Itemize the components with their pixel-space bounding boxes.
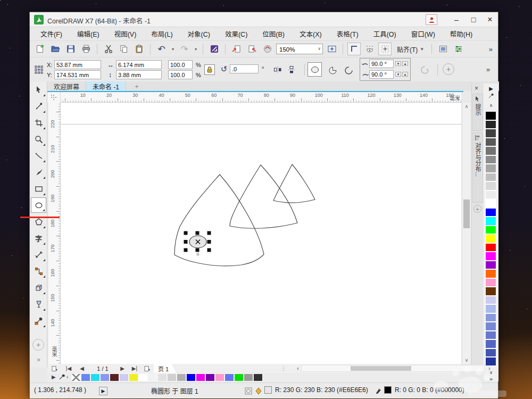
play-record-icon[interactable]: ▶ bbox=[99, 387, 107, 395]
new-document-tab-button[interactable]: + bbox=[131, 81, 143, 91]
end-angle-up[interactable]: ▲ bbox=[402, 72, 408, 77]
cut-button[interactable] bbox=[102, 43, 115, 55]
scroll-right-arrow[interactable]: › bbox=[486, 364, 493, 373]
parallel-dimension-tool[interactable] bbox=[31, 247, 46, 262]
palette-swatch[interactable] bbox=[485, 146, 496, 155]
artistic-media-tool[interactable] bbox=[31, 164, 46, 180]
scale-horizontal-field[interactable] bbox=[168, 60, 193, 69]
ellipse-tool[interactable] bbox=[31, 197, 46, 213]
vertical-ruler[interactable]: 220210200190180170160150140 毫米 bbox=[48, 103, 61, 364]
palette-swatch[interactable] bbox=[485, 348, 496, 358]
publish-pdf-button[interactable] bbox=[261, 43, 274, 55]
document-palette-swatch[interactable] bbox=[186, 373, 196, 381]
x-position-field[interactable] bbox=[54, 60, 101, 69]
document-palette-swatch[interactable] bbox=[110, 373, 119, 381]
close-button[interactable]: × bbox=[483, 13, 497, 26]
palette-swatch[interactable] bbox=[485, 181, 496, 190]
palette-swatch[interactable] bbox=[485, 208, 496, 217]
combo-arrow-icon[interactable]: ∨ bbox=[318, 46, 321, 51]
palette-swatch[interactable] bbox=[485, 164, 496, 173]
pie-mode-button[interactable] bbox=[327, 64, 338, 76]
document-palette-swatch[interactable] bbox=[167, 373, 177, 381]
pick-tool[interactable] bbox=[31, 82, 46, 97]
zoom-level-combo[interactable]: ∨ bbox=[276, 44, 323, 54]
options-button[interactable] bbox=[436, 43, 450, 55]
show-page-border-button[interactable] bbox=[347, 43, 361, 55]
document-palette-swatch[interactable] bbox=[90, 373, 100, 381]
document-tab[interactable]: 未命名 -1 bbox=[86, 81, 126, 91]
change-direction-button[interactable] bbox=[419, 64, 430, 75]
palette-expand-icon[interactable]: » bbox=[484, 375, 498, 383]
title-bar[interactable]: CorelDRAW X7 (64-Bit) - 未命名 -1 – □ × bbox=[30, 12, 498, 27]
document-palette-swatch[interactable] bbox=[225, 373, 234, 381]
vertical-scrollbar[interactable]: ∧ ∨ bbox=[462, 103, 470, 364]
scroll-left-arrow[interactable]: ‹ bbox=[294, 364, 302, 373]
next-page-button[interactable]: ▶ bbox=[119, 364, 126, 373]
palette-swatch[interactable] bbox=[485, 269, 496, 278]
document-palette-swatch[interactable] bbox=[157, 373, 167, 381]
lock-ratio-button[interactable] bbox=[204, 64, 215, 75]
menu-item[interactable]: 编辑(E) bbox=[70, 27, 107, 41]
document-palette-swatch[interactable] bbox=[119, 373, 129, 381]
document-palette-swatch[interactable] bbox=[148, 373, 157, 381]
document-palette-flyout-icon[interactable]: ▶ bbox=[52, 374, 56, 380]
print-button[interactable] bbox=[79, 43, 93, 55]
user-account-button[interactable] bbox=[426, 14, 437, 25]
palette-swatch[interactable] bbox=[485, 111, 496, 120]
scrollbar-grip[interactable]: ⋮ bbox=[281, 364, 286, 373]
palette-swatch[interactable] bbox=[485, 217, 496, 226]
propbar-overflow-button[interactable]: » bbox=[486, 65, 490, 73]
document-palette-swatch[interactable] bbox=[196, 373, 205, 381]
connector-tool[interactable] bbox=[31, 263, 46, 279]
palette-swatch[interactable] bbox=[485, 138, 496, 147]
toolbar-overflow-button[interactable]: » bbox=[489, 45, 493, 53]
ruler-origin-button[interactable] bbox=[47, 92, 61, 103]
maximize-button[interactable]: □ bbox=[466, 13, 481, 26]
alignment-guides-button[interactable] bbox=[378, 43, 392, 55]
mirror-vertical-button[interactable] bbox=[286, 64, 297, 75]
copy-button[interactable] bbox=[117, 43, 130, 55]
zoom-level-input[interactable] bbox=[277, 45, 312, 54]
ellipse-mode-button[interactable] bbox=[307, 62, 322, 77]
vertical-scrollbar-thumb[interactable] bbox=[463, 200, 470, 228]
scroll-down-arrow[interactable]: ∨ bbox=[462, 356, 471, 364]
palette-swatch[interactable] bbox=[485, 243, 496, 252]
horizontal-scrollbar[interactable] bbox=[301, 365, 485, 372]
y-position-field[interactable] bbox=[54, 70, 101, 79]
drawing-canvas[interactable] bbox=[61, 103, 461, 364]
document-palette-swatch[interactable] bbox=[177, 373, 186, 381]
drawn-shape-large[interactable] bbox=[174, 174, 264, 266]
palette-swatch[interactable] bbox=[485, 339, 496, 348]
menu-item[interactable]: 表格(T) bbox=[329, 27, 366, 41]
document-palette-scroll-left[interactable]: ‹ bbox=[66, 374, 68, 380]
palette-swatch[interactable] bbox=[485, 261, 496, 270]
palette-swatch[interactable] bbox=[485, 252, 496, 261]
palette-swatch[interactable] bbox=[485, 190, 496, 200]
menu-item[interactable]: 效果(C) bbox=[218, 27, 255, 41]
palette-swatch[interactable] bbox=[485, 287, 496, 296]
palette-swatch[interactable] bbox=[485, 331, 496, 340]
color-eyedropper-tool[interactable] bbox=[31, 313, 46, 328]
palette-flyout-icon[interactable]: ▶ bbox=[484, 85, 498, 92]
horizontal-scrollbar-thumb[interactable] bbox=[351, 366, 411, 371]
toolbox-overflow-button[interactable]: » bbox=[31, 354, 46, 365]
export-button[interactable] bbox=[245, 43, 259, 55]
menu-item[interactable]: 布局(L) bbox=[144, 27, 180, 41]
palette-swatch[interactable] bbox=[485, 199, 496, 208]
application-launcher-button[interactable] bbox=[452, 43, 465, 55]
document-tab[interactable]: 欢迎屏幕 bbox=[47, 81, 86, 91]
minimize-button[interactable]: – bbox=[449, 13, 464, 26]
fullscreen-preview-button[interactable] bbox=[325, 43, 338, 55]
palette-swatch[interactable] bbox=[485, 296, 496, 305]
palette-swatch[interactable] bbox=[485, 278, 496, 287]
document-palette-swatch[interactable] bbox=[71, 373, 81, 381]
add-page-end-button[interactable] bbox=[142, 364, 152, 373]
drawn-shape-right[interactable] bbox=[273, 164, 315, 203]
undo-dropdown[interactable]: ▾ bbox=[170, 47, 176, 52]
document-palette-swatch[interactable] bbox=[138, 373, 148, 381]
palette-swatch[interactable] bbox=[485, 120, 496, 129]
end-angle-down[interactable]: ▼ bbox=[395, 72, 401, 77]
add-tool-button[interactable]: + bbox=[32, 339, 44, 351]
palette-scroll-up-icon[interactable]: ∧ bbox=[484, 102, 498, 109]
document-palette-swatch[interactable] bbox=[81, 373, 90, 381]
